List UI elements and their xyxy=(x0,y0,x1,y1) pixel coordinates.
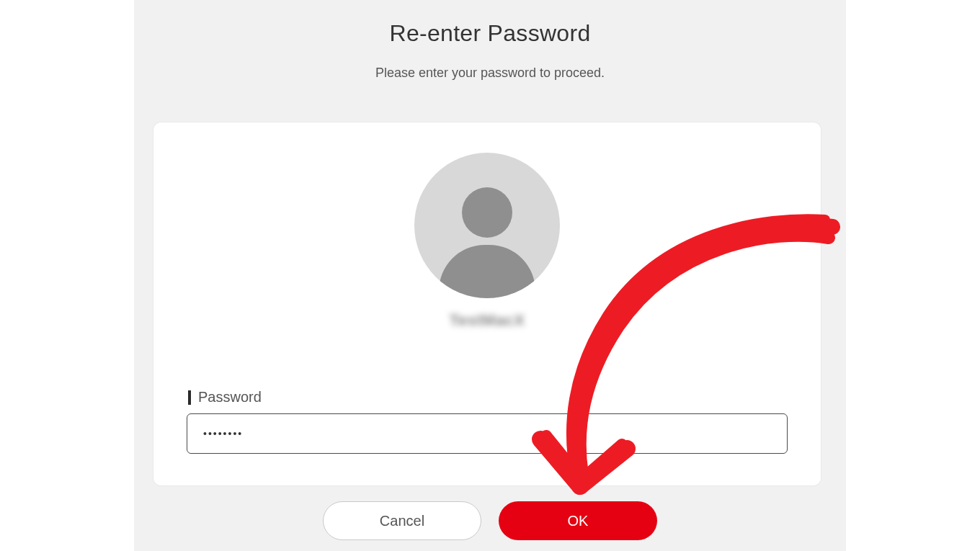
dialog-title: Re-enter Password xyxy=(134,20,846,47)
password-dialog-container: Re-enter Password Please enter your pass… xyxy=(134,0,846,551)
user-silhouette-icon xyxy=(414,153,560,298)
text-cursor-icon xyxy=(188,390,191,405)
password-label: Password xyxy=(198,389,262,406)
ok-button[interactable]: OK xyxy=(499,501,657,540)
password-input[interactable] xyxy=(187,413,788,454)
user-block: TestMacX xyxy=(414,153,560,330)
password-card: TestMacX Password xyxy=(153,122,821,485)
cancel-button[interactable]: Cancel xyxy=(323,501,481,540)
password-label-row: Password xyxy=(188,389,262,406)
button-row: Cancel OK xyxy=(134,501,846,540)
username-label: TestMacX xyxy=(414,311,560,330)
dialog-subtitle: Please enter your password to proceed. xyxy=(134,66,846,81)
